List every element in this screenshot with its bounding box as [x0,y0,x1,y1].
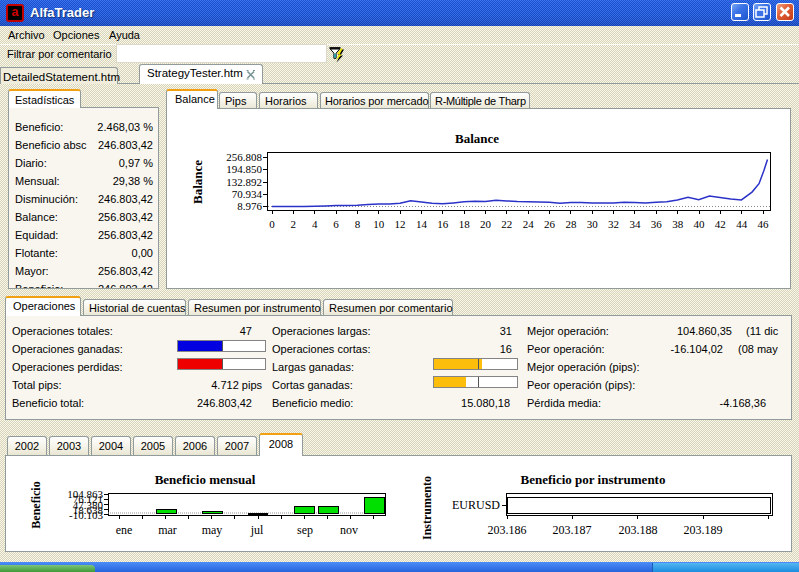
svg-text:132.892: 132.892 [226,176,262,188]
svg-text:8: 8 [355,218,361,230]
svg-text:42: 42 [715,218,726,230]
svg-text:Beneficio por instrumento: Beneficio por instrumento [521,472,666,487]
svg-text:44: 44 [736,218,748,230]
svg-text:203.187: 203.187 [553,523,592,537]
svg-text:6: 6 [333,218,339,230]
svg-text:ene: ene [116,523,133,537]
svg-text:mar: mar [158,523,177,537]
svg-text:2: 2 [291,218,297,230]
svg-text:Balance: Balance [455,131,499,146]
svg-text:46: 46 [758,218,770,230]
svg-text:28: 28 [565,218,577,230]
svg-text:10: 10 [373,218,385,230]
svg-text:Balance: Balance [190,160,205,204]
svg-text:22: 22 [501,218,512,230]
svg-text:70.934: 70.934 [232,188,263,200]
svg-text:20: 20 [480,218,492,230]
svg-text:203.188: 203.188 [619,523,658,537]
svg-text:203.189: 203.189 [684,523,723,537]
svg-text:Beneficio: Beneficio [30,481,43,528]
svg-text:12: 12 [395,218,406,230]
svg-text:24: 24 [523,218,535,230]
svg-text:14: 14 [416,218,428,230]
svg-text:18: 18 [459,218,471,230]
svg-text:36: 36 [651,218,663,230]
svg-text:8.976: 8.976 [237,200,262,212]
svg-text:sep: sep [297,523,313,537]
svg-text:203.186: 203.186 [488,523,527,537]
svg-text:32: 32 [608,218,619,230]
svg-text:194.850: 194.850 [226,163,262,175]
svg-text:38: 38 [672,218,684,230]
svg-text:Instrumento: Instrumento [420,476,434,540]
svg-text:Beneficio mensual: Beneficio mensual [155,472,256,487]
svg-text:-10.103: -10.103 [69,509,103,521]
svg-text:34: 34 [629,218,641,230]
svg-text:0: 0 [269,218,275,230]
svg-text:256.808: 256.808 [226,151,262,163]
svg-text:26: 26 [544,218,556,230]
svg-text:30: 30 [587,218,599,230]
svg-text:jul: jul [250,523,264,537]
svg-text:40: 40 [694,218,706,230]
svg-text:16: 16 [437,218,449,230]
svg-text:4: 4 [312,218,318,230]
svg-text:EURUSD: EURUSD [452,498,500,512]
svg-text:nov: nov [340,523,358,537]
svg-text:may: may [202,523,223,537]
